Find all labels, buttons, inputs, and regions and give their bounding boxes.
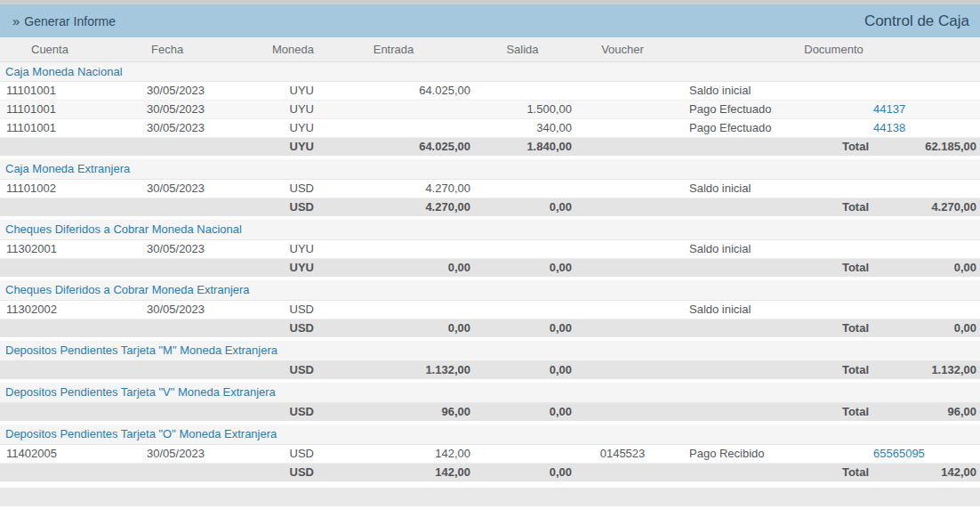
document-link[interactable]: 44137	[873, 102, 905, 116]
cell-voucher	[574, 198, 671, 216]
section-header-row: Caja Moneda Extranjera	[0, 159, 980, 179]
cell-cuenta: 11302002	[0, 300, 142, 319]
cell-entrada: 4.270,00	[316, 198, 471, 216]
column-header-moneda: Moneda	[262, 37, 316, 61]
cell-voucher	[574, 118, 671, 137]
cell-salida: 1.840,00	[471, 137, 574, 156]
cell-descripcion: Saldo inicial	[671, 239, 796, 258]
cell-fecha: 30/05/2023	[142, 239, 262, 258]
cell-salida	[471, 81, 574, 100]
cell-descripcion: Pago Efectuado	[671, 100, 796, 118]
cell-cuenta: 11101001	[0, 100, 142, 118]
column-header-spacer2	[872, 37, 980, 61]
cell-total-label: Total	[796, 137, 872, 156]
cell-total-label	[796, 300, 872, 319]
cell-cuenta	[0, 198, 142, 216]
table-header: Cuenta Fecha Moneda Entrada Salida Vouch…	[0, 37, 980, 61]
cell-salida: 1.500,00	[471, 100, 574, 118]
cell-moneda: UYU	[262, 81, 316, 100]
cell-moneda: UYU	[262, 100, 316, 118]
cell-cuenta: 11101001	[0, 118, 142, 137]
cell-descripcion	[671, 137, 796, 156]
cell-cuenta	[0, 319, 142, 337]
cell-descripcion	[671, 319, 796, 337]
cell-cuenta	[0, 258, 142, 277]
cell-entrada: 142,00	[316, 444, 471, 463]
cell-salida: 0,00	[471, 198, 574, 216]
cell-entrada	[316, 100, 471, 118]
cell-salida: 340,00	[471, 118, 574, 137]
cell-entrada: 0,00	[316, 319, 471, 337]
total-row: UYU64.025,001.840,00Total62.185,00	[0, 137, 980, 156]
cell-cuenta	[0, 360, 142, 379]
cell-documento	[872, 81, 980, 100]
section-header-row: Cheques Diferidos a Cobrar Moneda Extran…	[0, 280, 980, 300]
section-header-row: Depositos Pendientes Tarjeta "M" Moneda …	[0, 341, 980, 360]
cell-total-label	[796, 118, 872, 137]
cell-descripcion: Pago Recibido	[671, 444, 796, 463]
cell-fecha: 30/05/2023	[142, 444, 262, 463]
cell-fecha: 30/05/2023	[142, 100, 262, 118]
cell-fecha	[142, 319, 262, 337]
cell-voucher	[574, 258, 671, 277]
cell-documento: 96,00	[872, 402, 980, 421]
cell-moneda: USD	[262, 360, 316, 379]
report-table: Cuenta Fecha Moneda Entrada Salida Vouch…	[0, 37, 980, 481]
total-row: USD0,000,00Total0,00	[0, 319, 980, 337]
section-header-row: Cheques Diferidos a Cobrar Moneda Nacion…	[0, 220, 980, 239]
cell-moneda: USD	[262, 463, 316, 481]
table-row: 1140200530/05/2023USD142,000145523Pago R…	[0, 444, 980, 463]
cell-cuenta	[0, 463, 142, 481]
cell-voucher	[574, 360, 671, 379]
cell-moneda: UYU	[262, 239, 316, 258]
cell-salida	[471, 444, 574, 463]
cell-documento: 0,00	[872, 319, 980, 337]
cell-voucher	[574, 81, 671, 100]
generate-report-label: Generar Informe	[24, 14, 116, 28]
cell-salida: 0,00	[471, 319, 574, 337]
column-header-fecha: Fecha	[142, 37, 262, 61]
cell-voucher	[574, 300, 671, 319]
page-title: Control de Caja	[864, 12, 969, 30]
cell-salida	[471, 239, 574, 258]
cell-entrada: 64.025,00	[316, 137, 471, 156]
footer-gap	[0, 481, 980, 488]
cell-entrada	[316, 118, 471, 137]
column-header-row: Cuenta Fecha Moneda Entrada Salida Vouch…	[0, 37, 980, 61]
cell-fecha: 30/05/2023	[142, 81, 262, 100]
section-6: Depositos Pendientes Tarjeta "O" Moneda …	[0, 421, 980, 481]
cell-salida: 0,00	[471, 463, 574, 481]
cell-fecha	[142, 198, 262, 216]
section-1: Caja Moneda Extranjera1110100230/05/2023…	[0, 156, 980, 216]
cell-total-label	[796, 239, 872, 258]
cell-moneda: USD	[262, 179, 316, 198]
cell-moneda: UYU	[262, 118, 316, 137]
cell-descripcion: Saldo inicial	[671, 81, 796, 100]
column-header-cuenta: Cuenta	[0, 37, 142, 61]
table-row: 1110100130/05/2023UYU340,00Pago Efectuad…	[0, 118, 980, 137]
column-header-salida: Salida	[471, 37, 574, 61]
cell-descripcion: Pago Efectuado	[671, 118, 796, 137]
total-row: USD142,000,00Total142,00	[0, 463, 980, 481]
section-title: Depositos Pendientes Tarjeta "V" Moneda …	[0, 383, 980, 402]
cell-cuenta: 11101001	[0, 81, 142, 100]
cell-moneda: USD	[262, 444, 316, 463]
cell-entrada: 142,00	[316, 463, 471, 481]
table-row: 1130200230/05/2023USDSaldo inicial	[0, 300, 980, 319]
section-2: Cheques Diferidos a Cobrar Moneda Nacion…	[0, 216, 980, 277]
footer-bar	[0, 488, 980, 506]
cell-descripcion	[671, 198, 796, 216]
cell-voucher	[574, 179, 671, 198]
cell-documento: 65565095	[872, 444, 980, 463]
cell-documento	[872, 300, 980, 319]
cell-fecha	[142, 402, 262, 421]
cell-descripcion: Saldo inicial	[671, 300, 796, 319]
cell-fecha: 30/05/2023	[142, 300, 262, 319]
section-title: Caja Moneda Nacional	[0, 61, 980, 81]
cell-entrada	[316, 239, 471, 258]
generate-report-button[interactable]: » Generar Informe	[12, 14, 116, 28]
document-link[interactable]: 44138	[873, 121, 905, 134]
section-3: Cheques Diferidos a Cobrar Moneda Extran…	[0, 277, 980, 337]
document-link[interactable]: 65565095	[873, 447, 925, 460]
cell-documento: 44137	[872, 100, 980, 118]
